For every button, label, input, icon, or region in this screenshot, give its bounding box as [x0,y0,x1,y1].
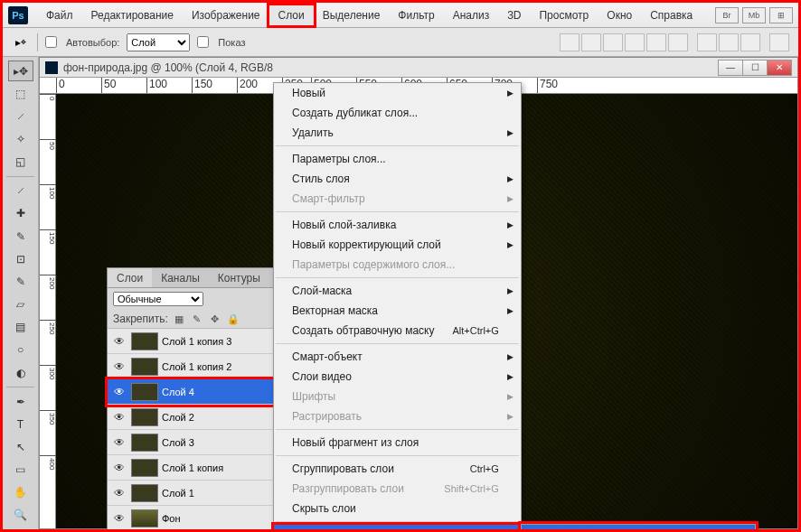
menu-анализ[interactable]: Анализ [444,5,499,25]
align-btn[interactable] [625,33,645,51]
panel-tab-0[interactable]: Слои [108,268,152,287]
menu-окно[interactable]: Окно [598,5,641,25]
menu-item[interactable]: Слои видео▶ [274,367,521,387]
menu-item[interactable]: Слой-маска▶ [274,281,521,301]
layer-thumbnail[interactable] [131,383,158,401]
menu-выделение[interactable]: Выделение [314,5,390,25]
lock-pixels-icon[interactable]: ✎ [190,312,204,326]
menu-слои[interactable]: Слои [269,5,314,25]
menu-item[interactable]: Новый корректирующий слой▶ [274,235,521,255]
zoom-tool[interactable]: 🔍 [8,505,33,526]
menu-item[interactable]: Удалить▶ [274,123,521,143]
menu-изображение[interactable]: Изображение [183,5,269,25]
menu-item[interactable]: Создать дубликат слоя... [274,103,521,123]
distribute-btn[interactable] [719,33,739,51]
align-btn[interactable] [603,33,623,51]
layer-thumbnail[interactable] [131,332,158,350]
wand-tool[interactable]: ✧ [8,128,33,149]
menu-item[interactable]: Скрыть слои [274,499,521,518]
close-button[interactable]: ✕ [767,60,792,76]
show-transform-checkbox[interactable] [197,36,209,48]
lock-position-icon[interactable]: ✥ [208,312,222,326]
layer-thumbnail[interactable] [131,434,158,452]
move-tool[interactable]: ▸✥ [8,61,33,81]
type-tool[interactable]: T [8,414,33,434]
visibility-icon[interactable]: 👁 [111,487,127,499]
menu-редактирование[interactable]: Редактирование [82,5,183,25]
visibility-icon[interactable]: 👁 [111,462,127,474]
autoselect-checkbox[interactable] [45,36,57,48]
stamp-tool[interactable]: ⊡ [8,248,33,269]
layer-row[interactable]: 👁Фон [108,506,278,531]
distribute-btn[interactable] [697,33,717,51]
brush-tool[interactable]: ✎ [8,226,33,247]
align-btn[interactable] [668,33,688,51]
lasso-tool[interactable]: ⟋ [8,106,33,126]
menu-item[interactable]: Смарт-объект▶ [274,347,521,367]
menu-item[interactable]: Векторная маска▶ [274,301,521,321]
pen-tool[interactable]: ✒ [8,391,33,412]
layer-row[interactable]: 👁Слой 1 копия [108,455,278,481]
blend-mode-select[interactable]: Обычные [113,292,203,306]
shape-tool[interactable]: ▭ [8,460,33,481]
bridge-button[interactable]: Br [715,7,739,23]
layer-thumbnail[interactable] [131,408,158,426]
layer-thumbnail[interactable] [131,509,158,527]
autoselect-target[interactable]: Слой [127,33,190,51]
dodge-tool[interactable]: ◐ [8,362,33,383]
layer-row[interactable]: 👁Слой 3 [108,430,278,455]
menu-item[interactable]: Упорядочить▶На передний планShift+Ctrl+]… [274,525,521,532]
menu-файл[interactable]: Файл [37,5,82,25]
crop-tool[interactable]: ◱ [8,152,33,173]
document-titlebar[interactable]: фон-природа.jpg @ 100% (Слой 4, RGB/8 — … [40,58,797,78]
menu-item[interactable]: Создать обтравочную маскуAlt+Ctrl+G [274,321,521,341]
eraser-tool[interactable]: ▱ [8,294,33,315]
eyedrop-tool[interactable]: ⟋ [8,181,33,201]
panel-tab-1[interactable]: Каналы [152,268,209,287]
visibility-icon[interactable]: 👁 [111,360,127,373]
heal-tool[interactable]: ✚ [8,203,33,224]
marquee-tool[interactable]: ⬚ [8,83,33,104]
menu-item[interactable]: Параметры слоя... [274,149,521,169]
layer-row[interactable]: 👁Слой 1 [108,481,278,506]
submenu-item[interactable]: На передний планShift+Ctrl+] [522,525,755,532]
maximize-button[interactable]: ☐ [742,60,768,76]
visibility-icon[interactable]: 👁 [111,335,127,348]
history-tool[interactable]: ✎ [8,271,33,292]
menu-фильтр[interactable]: Фильтр [389,5,443,25]
minibridge-button[interactable]: Mb [742,7,766,23]
menu-item[interactable]: Новый слой-заливка▶ [274,215,521,235]
align-btn[interactable] [581,33,601,51]
layer-thumbnail[interactable] [131,358,158,376]
visibility-icon[interactable]: 👁 [111,436,127,449]
align-btn[interactable] [560,33,580,51]
align-btn[interactable] [646,33,666,51]
hand-tool[interactable]: ✋ [8,482,33,503]
menu-item[interactable]: Сгруппировать слоиCtrl+G [274,459,521,479]
visibility-icon[interactable]: 👁 [111,512,127,525]
layer-row[interactable]: 👁Слой 4 [108,379,278,405]
menu-просмотр[interactable]: Просмотр [530,5,598,25]
distribute-btn[interactable] [740,33,760,51]
menu-3d[interactable]: 3D [498,5,530,25]
lock-all-icon[interactable]: 🔒 [226,312,240,326]
arrange-button[interactable]: ⊞ [769,7,793,23]
auto-align-btn[interactable] [769,33,789,51]
panel-tab-2[interactable]: Контуры [209,268,269,287]
gradient-tool[interactable]: ▤ [8,317,33,338]
layer-row[interactable]: 👁Слой 1 копия 2 [108,354,278,379]
path-tool[interactable]: ↖ [8,436,33,457]
menu-item[interactable]: Новый▶ [274,83,521,103]
layers-panel[interactable]: СлоиКаналыКонтуры Обычные Закрепить: ▦ ✎… [107,267,278,532]
menu-item[interactable]: Стиль слоя▶ [274,169,521,189]
layer-row[interactable]: 👁Слой 1 копия 3 [108,329,278,354]
minimize-button[interactable]: — [718,60,743,76]
menu-справка[interactable]: Справка [641,5,702,25]
menu-item[interactable]: Новый фрагмент из слоя [274,433,521,453]
visibility-icon[interactable]: 👁 [111,411,127,424]
layer-thumbnail[interactable] [131,459,158,477]
layer-thumbnail[interactable] [131,484,158,502]
blur-tool[interactable]: ○ [8,340,33,360]
layer-row[interactable]: 👁Слой 2 [108,405,278,430]
visibility-icon[interactable]: 👁 [111,386,127,398]
